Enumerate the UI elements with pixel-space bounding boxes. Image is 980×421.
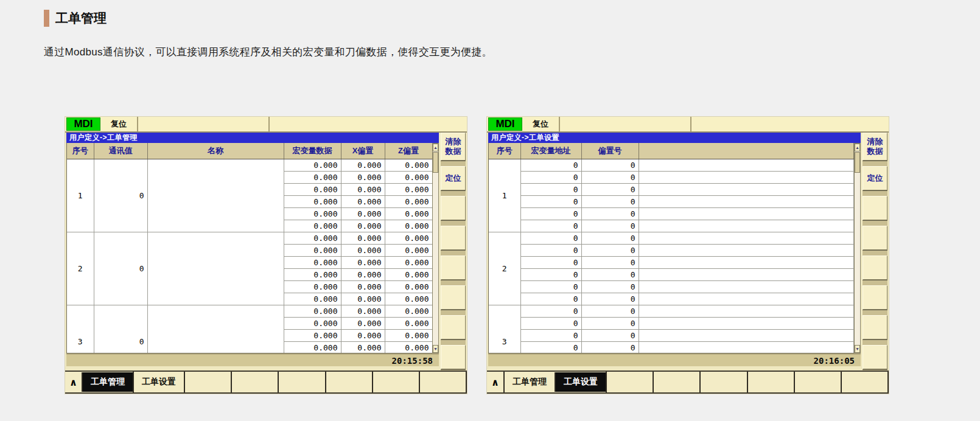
value-cell[interactable] [639,159,854,171]
value-cell[interactable] [147,159,284,232]
soft-key-blank[interactable] [441,196,466,220]
value-cell[interactable]: 0 [520,220,581,232]
value-cell[interactable]: 0 [581,293,639,305]
value-cell[interactable]: 0 [520,305,581,317]
soft-key-blank[interactable] [863,345,887,369]
value-cell[interactable] [639,341,854,353]
value-cell[interactable]: 0.000 [385,341,432,353]
value-cell[interactable]: 0 [581,207,639,220]
value-cell[interactable] [639,329,854,341]
value-cell[interactable]: 0 [520,171,581,183]
value-cell[interactable]: 0.000 [284,220,341,232]
soft-key-blank[interactable] [441,226,466,250]
value-cell[interactable]: 0.000 [385,305,432,317]
soft-key-blank[interactable] [863,226,887,250]
value-cell[interactable]: 0 [520,329,581,341]
value-cell[interactable] [639,195,854,207]
value-cell[interactable]: 0.000 [341,280,385,293]
scroll-track[interactable] [855,173,860,345]
bottom-tab-empty-slot[interactable] [419,372,467,392]
value-cell[interactable]: 0.000 [284,171,341,183]
value-cell[interactable]: 0.000 [284,195,341,207]
value-cell[interactable]: 0 [581,329,639,341]
value-cell[interactable]: 0.000 [341,317,385,329]
value-cell[interactable]: 0.000 [385,280,432,293]
bottom-tab-empty-slot[interactable] [372,372,419,392]
value-cell[interactable]: 0.000 [341,293,385,305]
scroll-up-icon[interactable]: ▲ [433,144,438,151]
value-cell[interactable]: 0 [581,159,639,171]
value-cell[interactable]: 0 [520,207,581,220]
value-cell[interactable]: 0.000 [284,280,341,293]
selected-cell[interactable]: 0 [520,159,581,171]
value-cell[interactable]: 0.000 [385,207,432,220]
bottom-tab-empty-slot[interactable] [841,372,889,392]
value-cell[interactable]: 0.000 [284,207,341,220]
value-cell[interactable]: 0.000 [284,232,341,244]
value-cell[interactable]: 0.000 [341,256,385,268]
soft-key-blank[interactable] [863,285,887,310]
value-cell[interactable]: 0 [520,293,581,305]
value-cell[interactable]: 0.000 [385,171,432,183]
scroll-down-icon[interactable]: ▼ [855,345,860,353]
value-cell[interactable]: 0 [520,317,581,329]
value-cell[interactable]: 0.000 [385,159,432,171]
scroll-down-icon[interactable]: ▼ [433,345,438,353]
bottom-tab-empty-slot[interactable] [278,372,324,392]
value-cell[interactable] [147,232,284,305]
locate-button[interactable]: 定位 [863,166,887,190]
value-cell[interactable]: 0 [520,183,581,195]
value-cell[interactable]: 0 [520,341,581,353]
value-cell[interactable]: 0 [520,256,581,268]
locate-button[interactable]: 定位 [441,166,466,190]
value-cell[interactable]: 0 [581,244,639,256]
menu-caret[interactable]: ∧ [65,372,82,392]
value-cell[interactable]: 0.000 [385,183,432,195]
value-cell[interactable]: 0.000 [284,293,341,305]
value-cell[interactable] [639,256,854,268]
bottom-tab-empty-slot[interactable] [184,372,231,392]
bottom-tab-empty-slot[interactable] [231,372,278,392]
value-cell[interactable]: 0.000 [284,256,341,268]
value-cell[interactable]: 0 [520,268,581,280]
value-cell[interactable]: 0.000 [341,268,385,280]
value-cell[interactable]: 0.000 [341,305,385,317]
value-cell[interactable] [639,280,854,293]
value-cell[interactable]: 0.000 [341,183,385,195]
value-cell[interactable]: 0 [581,171,639,183]
value-cell[interactable]: 0 [581,280,639,293]
soft-key-blank[interactable] [441,345,466,369]
value-cell[interactable]: 0 [581,305,639,317]
value-cell[interactable] [639,171,854,183]
scrollbar[interactable]: ▲▼ [854,143,861,353]
value-cell[interactable]: 0 [520,280,581,293]
value-cell[interactable]: 0 [581,317,639,329]
value-cell[interactable] [639,232,854,244]
selected-cell[interactable]: 0 [94,159,147,232]
value-cell[interactable] [639,317,854,329]
bottom-tab[interactable]: 工单管理 [503,372,555,392]
bottom-tab-empty-slot[interactable] [747,372,794,392]
scrollbar[interactable]: ▲▼ [432,143,439,353]
bottom-tab-empty-slot[interactable] [699,372,746,392]
value-cell[interactable]: 0.000 [341,207,385,220]
scroll-up-icon[interactable]: ▲ [855,144,860,151]
value-cell[interactable]: 0.000 [385,268,432,280]
value-cell[interactable] [639,305,854,317]
value-cell[interactable]: 0.000 [385,293,432,305]
value-cell[interactable]: 0.000 [341,159,385,171]
value-cell[interactable]: 0 [94,232,147,305]
value-cell[interactable]: 0.000 [385,232,432,244]
soft-key-blank[interactable] [863,315,887,339]
value-cell[interactable]: 0 [581,256,639,268]
bottom-tab-empty-slot[interactable] [653,372,699,392]
scroll-track[interactable] [433,173,438,345]
value-cell[interactable]: 0.000 [284,268,341,280]
value-cell[interactable]: 0.000 [341,195,385,207]
value-cell[interactable]: 0.000 [284,159,341,171]
scroll-thumb[interactable] [855,152,860,173]
soft-key-blank[interactable] [441,285,466,310]
value-cell[interactable] [639,293,854,305]
scroll-thumb[interactable] [433,152,438,173]
value-cell[interactable]: 0.000 [385,220,432,232]
